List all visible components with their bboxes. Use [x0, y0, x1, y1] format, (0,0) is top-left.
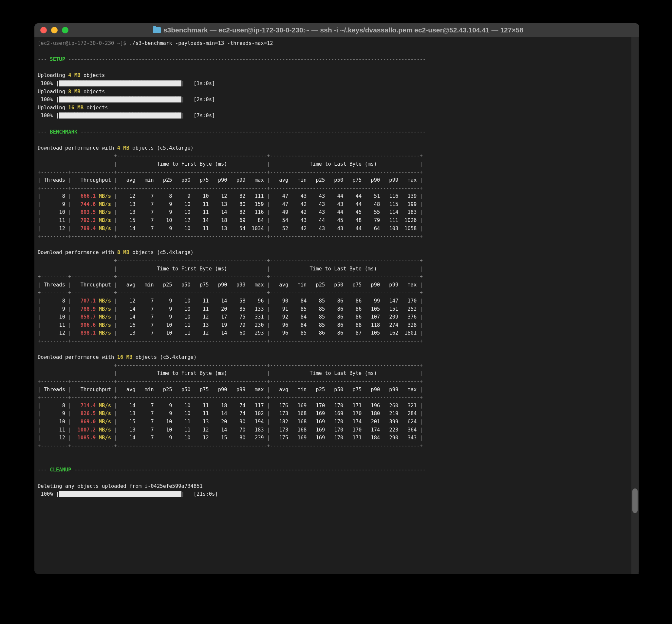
- scrollbar-thumb[interactable]: [632, 489, 638, 513]
- close-icon[interactable]: [40, 27, 47, 33]
- window-title: s3benchmark — ec2-user@ip-172-30-0-230:~…: [69, 26, 608, 34]
- folder-icon: [153, 27, 161, 33]
- zoom-icon[interactable]: [62, 27, 69, 33]
- titlebar: s3benchmark — ec2-user@ip-172-30-0-230:~…: [34, 23, 639, 37]
- terminal-output[interactable]: [ec2-user@ip-172-30-0-230 ~]$ ./s3-bench…: [34, 37, 639, 501]
- window-controls: [40, 27, 69, 33]
- terminal-window: s3benchmark — ec2-user@ip-172-30-0-230:~…: [34, 23, 639, 574]
- terminal-body[interactable]: [ec2-user@ip-172-30-0-230 ~]$ ./s3-bench…: [34, 37, 639, 574]
- minimize-icon[interactable]: [51, 27, 58, 33]
- title-text: s3benchmark — ec2-user@ip-172-30-0-230:~…: [163, 26, 523, 34]
- scrollbar-track[interactable]: [631, 37, 639, 574]
